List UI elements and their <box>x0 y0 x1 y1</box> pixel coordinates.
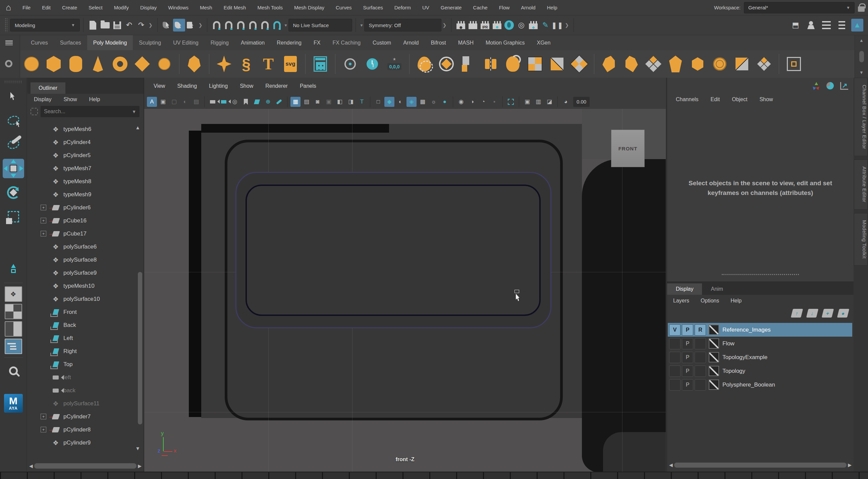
expand-icon[interactable]: + <box>40 427 46 433</box>
scene-time-icon[interactable] <box>364 55 381 73</box>
exposure-icon[interactable]: ◕ <box>561 97 571 107</box>
bookmark-icon[interactable] <box>241 97 251 107</box>
resolution-gate-icon[interactable]: ▣ <box>158 97 168 107</box>
extrude-icon[interactable] <box>600 55 618 73</box>
layer-name[interactable]: Flow <box>722 340 735 347</box>
triangulate-icon[interactable] <box>548 55 566 73</box>
menu-arnold[interactable]: Arnold <box>515 5 541 10</box>
scroll-right-icon[interactable]: ▶ <box>848 462 851 468</box>
filter-icon[interactable] <box>31 108 38 115</box>
outliner-item[interactable]: ❖typeMesh10 <box>27 279 144 293</box>
outliner-tab[interactable]: Outliner <box>31 82 65 94</box>
collapse-arrow-icon[interactable]: ❯ <box>198 23 203 28</box>
shelf-menu-icon[interactable] <box>5 40 13 45</box>
poly-cube-icon[interactable] <box>45 55 62 73</box>
undo-icon[interactable]: ↶ <box>123 19 135 32</box>
layer-color-swatch[interactable] <box>709 352 719 363</box>
shelf-tab-bifrost[interactable]: Bifrost <box>425 35 452 50</box>
cb-menu-show[interactable]: Show <box>760 97 773 103</box>
cb-menu-edit[interactable]: Edit <box>711 97 720 103</box>
layer-color-swatch[interactable] <box>709 324 719 335</box>
time-slider[interactable] <box>0 472 868 479</box>
menu-file[interactable]: File <box>17 5 36 10</box>
menu-cache[interactable]: Cache <box>467 5 493 10</box>
visibility-toggle[interactable] <box>669 379 681 390</box>
create-empty-layer-button[interactable]: + <box>822 309 834 317</box>
outliner-item[interactable]: Right <box>27 345 144 358</box>
playback-toggle[interactable]: P <box>682 379 693 390</box>
render-frame-icon[interactable] <box>467 19 479 32</box>
outliner-item[interactable]: +→pCube16 <box>27 214 144 227</box>
tab-anim[interactable]: Anim <box>702 283 732 295</box>
scroll-down-icon[interactable]: ▼ <box>859 70 864 75</box>
layout-pane-2-icon[interactable]: ▥ <box>533 97 543 107</box>
wireframe-on-shaded-icon[interactable]: ▩ <box>417 97 428 107</box>
zoom-tool[interactable] <box>3 361 24 380</box>
playback-toggle[interactable]: P <box>682 366 693 377</box>
cb-menu-object[interactable]: Object <box>732 97 747 103</box>
display-type-toggle[interactable] <box>694 379 706 390</box>
ipr-render-icon[interactable]: IPR <box>479 19 491 32</box>
menu-surfaces[interactable]: Surfaces <box>358 5 389 10</box>
chevron-down-icon[interactable]: ▾ <box>361 23 363 28</box>
shelf-tab-surfaces[interactable]: Surfaces <box>54 35 87 50</box>
move-layer-down-button[interactable]: ↓ <box>806 309 818 317</box>
platonic-solid-icon[interactable] <box>185 55 203 73</box>
outliner-item[interactable]: ❖polySurface10 <box>27 293 144 306</box>
shelf-tab-xgen[interactable]: XGen <box>531 35 557 50</box>
expand-icon[interactable]: + <box>40 414 46 419</box>
menu-mesh-tools[interactable]: Mesh Tools <box>252 5 288 10</box>
menu-edit-mesh[interactable]: Edit Mesh <box>218 5 252 10</box>
gate-mask-icon[interactable]: ▢ <box>169 97 179 107</box>
home-icon[interactable]: ⌂ <box>0 2 17 13</box>
shelf-tab-fx-caching[interactable]: FX Caching <box>326 35 367 50</box>
project-curve-icon[interactable] <box>733 55 751 73</box>
shelf-tab-custom[interactable]: Custom <box>367 35 397 50</box>
redo-icon[interactable]: ↷ <box>135 19 147 32</box>
expand-icon[interactable]: + <box>40 218 46 224</box>
color-manage-icon[interactable]: ◐ <box>180 97 190 107</box>
scroll-right-icon[interactable]: ▶ <box>138 463 142 469</box>
rig-controller-tool[interactable] <box>3 259 24 278</box>
outliner-item[interactable]: back <box>27 384 144 397</box>
layout-pane-1-icon[interactable]: ▣ <box>522 97 532 107</box>
layer-name[interactable]: Reference_Images <box>722 327 771 333</box>
shelf-tab-uv-editing[interactable]: UV Editing <box>167 35 205 50</box>
use-default-material-icon[interactable]: A <box>147 97 157 107</box>
visibility-toggle[interactable] <box>669 366 681 377</box>
camera-attributes-icon[interactable]: ◎ <box>230 97 240 107</box>
scroll-up-icon[interactable]: ▲ <box>135 125 140 130</box>
lasso-tool[interactable] <box>3 110 24 130</box>
safe-action-icon[interactable]: ◙ <box>313 97 323 107</box>
vp-menu-show[interactable]: Show <box>240 83 253 89</box>
playback-toggle[interactable]: P <box>682 338 693 349</box>
snap-origin-icon[interactable]: *0,0,0 <box>386 55 403 73</box>
select-hierarchy-icon[interactable] <box>161 19 173 32</box>
outliner-vscroll-thumb[interactable] <box>138 272 142 424</box>
shadows-icon[interactable]: ● <box>440 97 450 107</box>
half-shade-icon[interactable]: ◐ <box>396 97 405 107</box>
tab-modeling-toolkit[interactable]: Modeling Toolkit <box>854 213 868 266</box>
outliner-item[interactable]: Back <box>27 318 144 332</box>
layer-editor-hscrollbar[interactable]: ◀ ▶ <box>669 461 851 469</box>
visibility-toggle[interactable] <box>669 352 681 363</box>
outliner-item[interactable]: Top <box>27 358 144 371</box>
menu-create[interactable]: Create <box>56 5 83 10</box>
scroll-left-icon[interactable]: ◀ <box>29 463 33 469</box>
menu-flow[interactable]: Flow <box>493 5 516 10</box>
shelf-tab-motion-graphics[interactable]: Motion Graphics <box>479 35 531 50</box>
exposure-value[interactable]: 0.00 <box>573 97 590 107</box>
shelf-tab-curves[interactable]: Curves <box>25 35 54 50</box>
shelf-tab-sculpting[interactable]: Sculpting <box>133 35 167 50</box>
type-icon[interactable]: T <box>357 97 367 107</box>
layer-color-swatch[interactable] <box>709 366 719 376</box>
poly-cone-icon[interactable] <box>89 55 107 73</box>
move-layer-up-button[interactable]: ↑ <box>791 309 803 317</box>
layer-name[interactable]: Polysphere_Boolean <box>722 381 775 388</box>
display-type-toggle[interactable] <box>694 338 706 349</box>
visibility-toggle[interactable]: V <box>669 324 681 336</box>
image-plane-off-icon[interactable]: ▤ <box>191 97 201 107</box>
collapse-arrow-icon[interactable]: ❯ <box>565 23 569 28</box>
highlight-selection-icon[interactable]: ◧ <box>335 97 345 107</box>
gear-icon[interactable] <box>5 60 12 67</box>
